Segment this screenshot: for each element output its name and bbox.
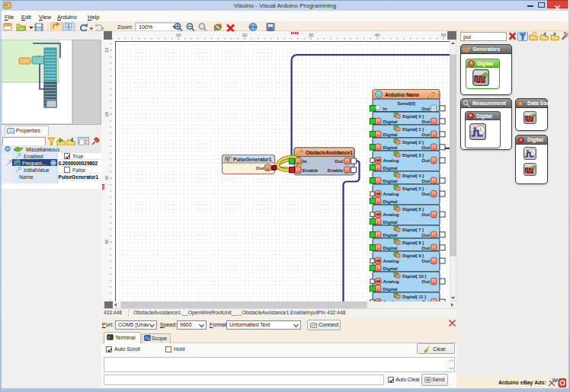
svg-text:In: In (303, 158, 307, 164)
svg-text:Digital: Digital (383, 232, 398, 237)
svg-text:Digital[ 10 ]: Digital[ 10 ] (402, 274, 426, 279)
svg-text:Digital[ 0 ]: Digital[ 0 ] (402, 114, 424, 119)
svg-text:30: 30 (104, 175, 109, 180)
svg-text:Out: Out (421, 212, 430, 217)
svg-text:Serial[0]: Serial[0] (397, 101, 415, 106)
svg-text:Digital[ 11 ]: Digital[ 11 ] (402, 295, 426, 299)
svg-text:30: 30 (309, 33, 314, 37)
svg-text:Digital[ 5 ]: Digital[ 5 ] (402, 186, 424, 191)
svg-text:Digital: Digital (383, 165, 398, 171)
svg-text:Digital: Digital (383, 178, 398, 183)
svg-text:Digital: Digital (383, 145, 398, 150)
svg-text:Zoom:: Zoom: (117, 24, 133, 30)
svg-text:Out: Out (421, 245, 430, 250)
svg-text:Out: Out (421, 191, 430, 196)
svg-text:Digital[ 9 ]: Digital[ 9 ] (402, 253, 424, 258)
svg-text:Digital[ 6 ]: Digital[ 6 ] (402, 207, 424, 212)
svg-text:Out: Out (421, 232, 430, 237)
svg-text:Out: Out (335, 158, 343, 164)
svg-text:100%: 100% (139, 24, 153, 30)
svg-text:Out: Out (421, 178, 430, 183)
svg-text:Digital: Digital (383, 219, 398, 225)
svg-text:40: 40 (104, 239, 109, 244)
svg-text:Digital[ 1 ]: Digital[ 1 ] (402, 127, 424, 132)
svg-text:Digital: Digital (383, 286, 398, 292)
svg-text:Out: Out (421, 119, 430, 124)
svg-text:Digital: Digital (383, 132, 398, 137)
svg-text:Digital: Digital (383, 266, 398, 271)
svg-text:Analog: Analog (383, 258, 399, 263)
svg-text:Analog: Analog (383, 191, 399, 196)
svg-text:40: 40 (375, 33, 380, 37)
svg-text:Digital[ 3 ]: Digital[ 3 ] (402, 153, 424, 158)
svg-text:Digital: Digital (383, 199, 398, 204)
svg-text:Out: Out (421, 279, 430, 284)
svg-text:20: 20 (242, 33, 248, 37)
svg-text:Out: Out (421, 258, 430, 263)
svg-text:Analog: Analog (383, 279, 399, 284)
svg-text:Digital[ 2 ]: Digital[ 2 ] (402, 140, 424, 145)
svg-text:Enable: Enable (303, 167, 319, 173)
svg-text:Digital[ 8 ]: Digital[ 8 ] (402, 241, 424, 245)
svg-text:Enable: Enable (328, 167, 344, 173)
svg-text:Out: Out (256, 165, 264, 171)
svg-text:Digital[ 4 ]: Digital[ 4 ] (402, 174, 424, 178)
svg-text:PulseGenerator1: PulseGenerator1 (233, 157, 272, 162)
svg-text:Out: Out (421, 132, 430, 137)
svg-text:Analog: Analog (383, 212, 399, 217)
svg-text:Out: Out (421, 106, 430, 111)
svg-text:Digital[ 7 ]: Digital[ 7 ] (402, 228, 424, 232)
svg-text:10: 10 (176, 33, 181, 37)
svg-text:Out: Out (421, 158, 430, 163)
svg-text:Arduino Nano: Arduino Nano (385, 92, 419, 97)
svg-text:Digital: Digital (383, 245, 398, 250)
svg-text:ObstacleAvoidance1: ObstacleAvoidance1 (306, 150, 353, 155)
svg-text:Analog: Analog (383, 158, 399, 163)
svg-text:Out: Out (421, 145, 430, 150)
svg-text:50: 50 (441, 33, 447, 37)
svg-text:10: 10 (104, 47, 109, 53)
svg-text:20: 20 (104, 111, 109, 116)
svg-text:In: In (383, 106, 388, 111)
svg-text:Digital: Digital (383, 119, 398, 124)
